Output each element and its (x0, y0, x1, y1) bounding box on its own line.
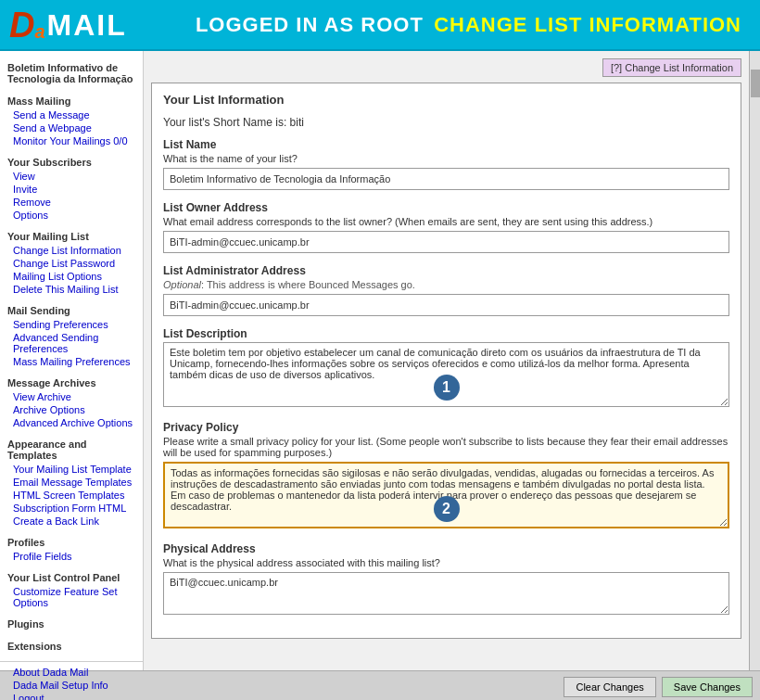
sidebar-item-send-message[interactable]: Send a Message (0, 108, 143, 121)
sidebar-section-profiles: Profiles Profile Fields (0, 535, 143, 563)
sidebar: Boletim Informativo de Tecnologia da Inf… (0, 51, 144, 670)
sidebar-label-mail-sending: Mail Sending (0, 303, 143, 318)
sidebar-item-advanced-sending[interactable]: Advanced Sending Preferences (0, 331, 143, 355)
sidebar-item-advanced-archive[interactable]: Advanced Archive Options (0, 416, 143, 429)
scrollbar[interactable] (749, 51, 760, 670)
sidebar-label-mass-mailing: Mass Mailing (0, 94, 143, 108)
physical-textarea[interactable]: BiTI@ccuec.unicamp.br (163, 572, 729, 615)
short-name-line: Your list's Short Name is: biti (163, 116, 729, 129)
sidebar-item-monitor[interactable]: Monitor Your Mailings 0/0 (0, 134, 143, 147)
sidebar-label-archives: Message Archives (0, 375, 143, 390)
list-desc-group: List Description Este boletim tem por ob… (163, 327, 729, 410)
sidebar-label-extensions: Extensions (0, 639, 143, 654)
sidebar-section-mail-sending: Mail Sending Sending Preferences Advance… (0, 303, 143, 368)
sidebar-item-options[interactable]: Options (0, 209, 143, 222)
sidebar-item-view-archive[interactable]: View Archive (0, 390, 143, 403)
sidebar-item-logout[interactable]: Logout (0, 692, 143, 700)
sidebar-label-appearance: Appearance and Templates (0, 437, 143, 463)
sidebar-item-create-back-link[interactable]: Create a Back Link (0, 515, 143, 528)
sidebar-item-email-templates[interactable]: Email Message Templates (0, 476, 143, 489)
sidebar-item-sending-prefs[interactable]: Sending Preferences (0, 318, 143, 331)
physical-group: Physical Address What is the physical ad… (163, 542, 729, 617)
list-name-input[interactable] (163, 168, 729, 190)
list-admin-group: List Administrator Address Optional: Thi… (163, 264, 729, 316)
header: D a MAIL LOGGED IN AS ROOT CHANGE LIST I… (0, 0, 760, 51)
logo-mail-text: MAIL (47, 8, 127, 43)
sidebar-item-setup-info[interactable]: Dada Mail Setup Info (0, 679, 143, 692)
sidebar-item-subscription-form[interactable]: Subscription Form HTML (0, 502, 143, 515)
list-admin-sublabel: Optional: This address is where Bounced … (163, 279, 729, 290)
header-title: LOGGED IN AS ROOT CHANGE LIST INFORMATIO… (127, 13, 751, 37)
scrollbar-thumb[interactable] (751, 70, 760, 97)
sidebar-item-mailing-options[interactable]: Mailing List Options (0, 270, 143, 283)
physical-sublabel: What is the physical address associated … (163, 557, 729, 568)
sidebar-item-remove[interactable]: Remove (0, 196, 143, 209)
sidebar-section-extensions: Extensions (0, 639, 143, 654)
help-bar: [?] Change List Information (151, 58, 741, 77)
sidebar-item-archive-options[interactable]: Archive Options (0, 403, 143, 416)
privacy-label: Privacy Policy (163, 421, 729, 434)
logo-a-small: a (34, 21, 44, 43)
sidebar-label-mailing-list: Your Mailing List (0, 229, 143, 244)
sidebar-item-view[interactable]: View (0, 170, 143, 183)
privacy-group: Privacy Policy Please write a small priv… (163, 421, 729, 531)
sidebar-item-change-list-info[interactable]: Change List Information (0, 244, 143, 257)
main-content: [?] Change List Information Your List In… (144, 51, 749, 670)
sidebar-section-archives: Message Archives View Archive Archive Op… (0, 375, 143, 429)
sidebar-item-mass-prefs[interactable]: Mass Mailing Preferences (0, 355, 143, 368)
list-owner-group: List Owner Address What email address co… (163, 201, 729, 253)
sidebar-item-customize-features[interactable]: Customize Feature Set Options (0, 585, 143, 609)
list-owner-label: List Owner Address (163, 201, 729, 214)
badge-1: 1 (434, 375, 460, 401)
list-owner-sublabel: What email address corresponds to the li… (163, 216, 729, 227)
list-name-group: List Name What is the name of your list? (163, 138, 729, 190)
sidebar-item-invite[interactable]: Invite (0, 183, 143, 196)
physical-label: Physical Address (163, 542, 729, 555)
save-button[interactable]: Save Changes (662, 677, 753, 697)
change-list-text: CHANGE LIST INFORMATION (434, 13, 741, 36)
badge-2: 2 (434, 496, 460, 522)
sidebar-item-html-templates[interactable]: HTML Screen Templates (0, 489, 143, 502)
sidebar-section-plugins: Plugins (0, 617, 143, 631)
sidebar-section-appearance: Appearance and Templates Your Mailing Li… (0, 437, 143, 528)
sidebar-section-mailing-list: Your Mailing List Change List Informatio… (0, 229, 143, 296)
sidebar-item-mailing-template[interactable]: Your Mailing List Template (0, 463, 143, 476)
privacy-sublabel: Please write a small privacy policy for … (163, 436, 729, 458)
sidebar-label-subscribers: Your Subscribers (0, 155, 143, 170)
sidebar-section-control-panel: Your List Control Panel Customize Featur… (0, 570, 143, 609)
sidebar-item-change-password[interactable]: Change List Password (0, 257, 143, 270)
sidebar-item-delete-mailing[interactable]: Delete This Mailing List (0, 283, 143, 296)
sidebar-item-profile-fields[interactable]: Profile Fields (0, 550, 143, 563)
sidebar-section-subscribers: Your Subscribers View Invite Remove Opti… (0, 155, 143, 222)
clear-button[interactable]: Clear Changes (564, 677, 655, 697)
list-admin-label: List Administrator Address (163, 264, 729, 277)
help-button[interactable]: [?] Change List Information (602, 58, 741, 77)
sidebar-item-about[interactable]: About Dada Mail (0, 666, 143, 679)
list-name-sublabel: What is the name of your list? (163, 153, 729, 164)
sidebar-label-plugins: Plugins (0, 617, 143, 631)
form-section: Your List Information Your list's Short … (151, 83, 741, 639)
logged-in-text: LOGGED IN AS ROOT (196, 13, 424, 36)
sidebar-section-mass-mailing: Mass Mailing Send a Message Send a Webpa… (0, 94, 143, 147)
list-owner-input[interactable] (163, 231, 729, 253)
logo-d: D (9, 7, 34, 43)
sidebar-bottom: About Dada Mail Dada Mail Setup Info Log… (0, 661, 143, 700)
sidebar-list-title: Boletim Informativo de Tecnologia da Inf… (0, 58, 143, 86)
list-desc-label: List Description (163, 327, 729, 340)
sidebar-label-control-panel: Your List Control Panel (0, 570, 143, 585)
sidebar-item-send-webpage[interactable]: Send a Webpage (0, 121, 143, 134)
sidebar-label-profiles: Profiles (0, 535, 143, 550)
form-section-title: Your List Information (163, 93, 729, 107)
list-admin-input[interactable] (163, 294, 729, 316)
logo: D a MAIL (9, 7, 127, 43)
list-name-label: List Name (163, 138, 729, 151)
